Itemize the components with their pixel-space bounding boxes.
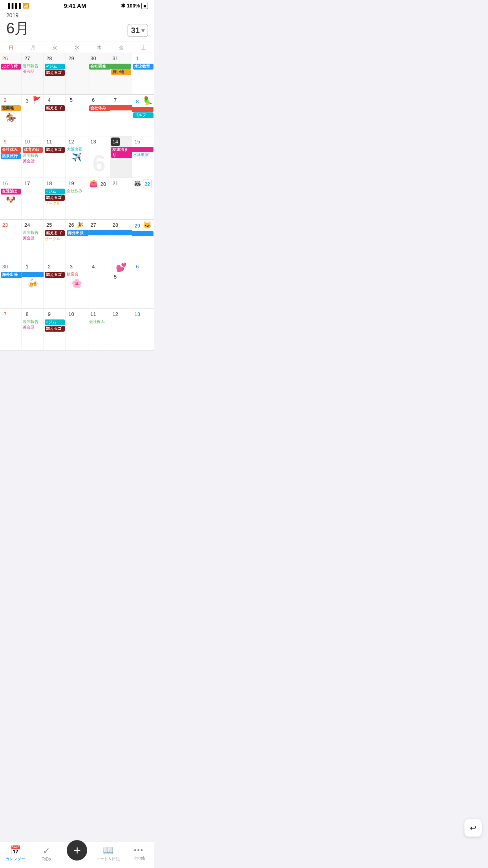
day-jun13[interactable]: 13 6: [88, 136, 110, 178]
day-jun3[interactable]: 3 🚩: [22, 95, 44, 136]
event-kaisha-yasumi-end[interactable]: [132, 107, 154, 112]
day-jun28[interactable]: 28: [110, 220, 132, 261]
event-gym-9[interactable]: ○ジム: [45, 319, 65, 325]
event-kaisha-yasumi-start[interactable]: 会社休み: [89, 105, 110, 111]
calendar-day-picker[interactable]: 31 ▾: [128, 24, 148, 37]
event-suiei-15[interactable]: 水泳教室: [133, 152, 154, 158]
event-kaigai-jul1[interactable]: [22, 272, 44, 277]
day-may26[interactable]: 26 ぶどう狩: [0, 53, 22, 94]
event-moeru-11[interactable]: 燃えるゴ: [45, 147, 65, 153]
day-jul12[interactable]: 12: [110, 309, 132, 350]
day-jun12[interactable]: 12 大阪出張 ✈️: [66, 136, 88, 178]
day-may27[interactable]: 27 週間報告 英会話: [22, 53, 44, 94]
event-eikaiwa[interactable]: 英会話: [23, 69, 43, 74]
dow-tue: 火: [44, 44, 66, 52]
event-kaisha-nomi-19[interactable]: 会社飲み: [67, 189, 87, 194]
day-may31[interactable]: 31 買い物: [110, 53, 132, 94]
day-jul1[interactable]: 1 🍻: [22, 261, 44, 308]
day-jun10[interactable]: 10 体育の日 週間報告 英会話: [22, 136, 44, 178]
day-jun24[interactable]: 24 週間報告 英会話: [22, 220, 44, 261]
day-jun7[interactable]: 7: [110, 95, 132, 136]
day-jul2[interactable]: 2 燃えるゴ: [44, 261, 66, 308]
day-jun14[interactable]: 14 友達泊まり: [110, 136, 132, 178]
day-may29[interactable]: 29: [66, 53, 88, 94]
event-eikaiwa-10[interactable]: 英会話: [23, 159, 43, 164]
event-shuukan-8[interactable]: 週間報告: [23, 319, 43, 325]
event-kaigai-26[interactable]: 海外出張: [67, 230, 88, 236]
event-tomodachi-15[interactable]: [132, 147, 154, 152]
event-kaigai-29[interactable]: [132, 231, 154, 236]
day-jun2[interactable]: 2 遊園地 🏇: [0, 95, 22, 136]
event-golf[interactable]: ゴルフ: [133, 112, 154, 118]
day-jun20[interactable]: 👛 20: [88, 178, 110, 219]
day-jun21[interactable]: 21: [110, 178, 132, 219]
day-jun15[interactable]: 15 水泳教室: [132, 136, 154, 178]
event-moeru-25[interactable]: 燃えるゴ: [45, 230, 65, 236]
day-jun25[interactable]: 25 燃えるゴ サークル: [44, 220, 66, 261]
event-circle-25[interactable]: サークル: [45, 237, 65, 242]
event-taiiku[interactable]: 体育の日: [23, 147, 43, 153]
day-jul6[interactable]: 6: [132, 261, 154, 308]
day-jun5[interactable]: 5: [66, 95, 88, 136]
day-jul8[interactable]: 8 週間報告 英会話: [22, 309, 44, 350]
event-kaisha-yasumi-9[interactable]: 会社休み: [1, 147, 21, 153]
event-kaigai-28[interactable]: [110, 230, 132, 235]
day-jun6[interactable]: 6 会社休み: [88, 95, 110, 136]
event-tomodachi-16[interactable]: 友達泊ま: [1, 189, 21, 195]
day-jun27[interactable]: 27: [88, 220, 110, 261]
day-jun17[interactable]: 17: [22, 178, 44, 219]
event-kangeikai[interactable]: 歓迎会: [67, 272, 87, 277]
day-jun8[interactable]: 8 🦜 ゴルフ: [132, 95, 154, 136]
day-jul10[interactable]: 10: [66, 309, 88, 350]
day-jul5[interactable]: 💕 5: [110, 261, 132, 308]
day-jun23[interactable]: 23: [0, 220, 22, 261]
day-jun11[interactable]: 11 燃えるゴ: [44, 136, 66, 178]
day-may30[interactable]: 30 会社研修: [88, 53, 110, 94]
day-jun22[interactable]: 🦝 22: [132, 178, 154, 219]
day-jul7[interactable]: 7: [0, 309, 22, 350]
event-kaisha-kenshu[interactable]: 会社研修: [89, 64, 110, 70]
event-shuukan-10[interactable]: 週間報告: [23, 153, 43, 158]
event-gym-28[interactable]: ✔ジム: [45, 64, 65, 70]
day-jul9[interactable]: 9 ○ジム 燃えるゴ: [44, 309, 66, 350]
day-jun9[interactable]: 9 会社休み 温泉旅行: [0, 136, 22, 178]
day-number-29: 29: [67, 54, 75, 63]
event-moeru-4[interactable]: 燃えるゴ: [45, 105, 65, 111]
event-kaigai-27[interactable]: [88, 230, 110, 235]
event-kaisha-nomi-11[interactable]: 会社飲み: [89, 319, 109, 325]
day-may28[interactable]: 28 ✔ジム 燃えるゴ: [44, 53, 66, 94]
event-yuuenchi[interactable]: 遊園地: [1, 105, 21, 111]
event-tomodachi-14[interactable]: 友達泊まり: [111, 147, 132, 158]
event-budougari[interactable]: ぶどう狩: [1, 64, 21, 70]
day-number-7: 7: [111, 96, 120, 105]
day-jun29[interactable]: 29 🐱: [132, 220, 154, 261]
event-eikaiwa-24[interactable]: 英会話: [23, 236, 43, 241]
day-jul3[interactable]: 3 歓迎会 🌸: [66, 261, 88, 308]
day-jun19[interactable]: 19 会社飲み: [66, 178, 88, 219]
event-shuukan-24[interactable]: 週間報告: [23, 230, 43, 235]
event-moeru-18[interactable]: 燃えるゴ: [45, 195, 65, 201]
event-gym-18[interactable]: ○ジム: [45, 189, 65, 195]
day-jun4[interactable]: 4 燃えるゴ: [44, 95, 66, 136]
event-kaisha-yasumi-mid[interactable]: [110, 105, 132, 110]
event-kaimono[interactable]: 買い物: [111, 69, 131, 75]
event-shuukan[interactable]: 週間報告: [23, 64, 43, 69]
day-jun18[interactable]: 18 ○ジム 燃えるゴ サークル: [44, 178, 66, 219]
event-eikaiwa-8[interactable]: 英会話: [23, 325, 43, 330]
event-moeru-28[interactable]: 燃えるゴ: [45, 70, 65, 76]
event-kaigai-30[interactable]: 海外出張: [1, 272, 22, 278]
day-jul11[interactable]: 11 会社飲み: [88, 309, 110, 350]
day-jun30[interactable]: 30 海外出張: [0, 261, 22, 308]
event-osaka[interactable]: 大阪出張: [67, 147, 87, 152]
event-circle-18[interactable]: サークル: [45, 201, 65, 206]
event-moeru-jul2[interactable]: 燃えるゴ: [45, 272, 65, 278]
day-jul4[interactable]: 4: [88, 261, 110, 308]
day-jun26[interactable]: 26 🎉 海外出張: [66, 220, 88, 261]
event-suiei-1[interactable]: 水泳教室: [133, 64, 154, 70]
event-onsen[interactable]: 温泉旅行: [1, 153, 21, 159]
event-moeru-9[interactable]: 燃えるゴ: [45, 326, 65, 332]
event-kaisha-kenshu-cont[interactable]: [110, 64, 131, 69]
day-jun16[interactable]: 16 友達泊ま 🐶: [0, 178, 22, 219]
day-jul13[interactable]: 13: [132, 309, 154, 350]
day-jun1[interactable]: 1 水泳教室: [132, 53, 154, 94]
